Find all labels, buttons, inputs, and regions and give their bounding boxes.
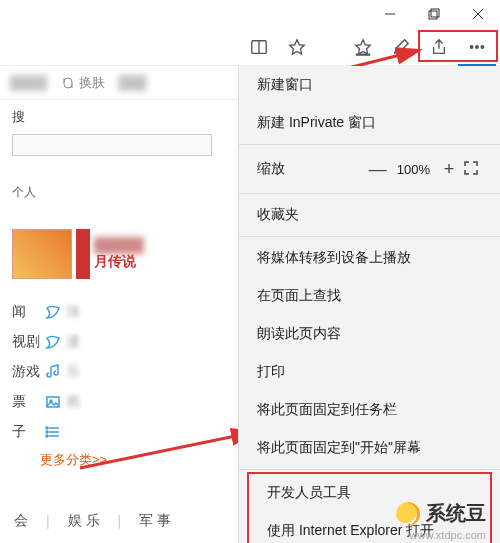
menu-read-aloud[interactable]: 朗读此页内容 — [239, 315, 500, 353]
skin-label: 换肤 — [79, 74, 105, 92]
fullscreen-icon[interactable] — [460, 159, 482, 180]
bottom-tabs: 会 | 娱 乐 | 军 事 — [0, 499, 189, 543]
svg-marker-8 — [356, 39, 370, 53]
svg-point-12 — [476, 45, 479, 48]
svg-rect-2 — [431, 9, 439, 17]
search-input[interactable] — [12, 134, 212, 156]
tab-society[interactable]: 会 — [14, 512, 28, 530]
cat-label: 视剧 — [12, 333, 40, 351]
tab-blur: ███ — [119, 75, 179, 90]
bird-icon — [40, 304, 66, 320]
banner-subtitle: 月传说 — [94, 253, 144, 271]
svg-marker-7 — [290, 39, 304, 53]
tab-entertainment[interactable]: 娱 乐 — [68, 512, 100, 530]
menu-zoom-label: 缩放 — [257, 160, 367, 178]
favorite-star-icon[interactable] — [278, 28, 316, 66]
image-icon — [40, 394, 66, 410]
list-icon — [40, 424, 66, 440]
promo-banner[interactable]: █████ 月传说 — [12, 229, 230, 279]
reading-list-icon[interactable] — [240, 28, 278, 66]
minimize-button[interactable] — [368, 0, 412, 28]
list-item[interactable]: 视剧 漫 — [12, 327, 230, 357]
menu-favorites[interactable]: 收藏夹 — [239, 196, 500, 234]
close-button[interactable] — [456, 0, 500, 28]
cat-label: 票 — [12, 393, 40, 411]
menu-new-window[interactable]: 新建窗口 — [239, 66, 500, 104]
banner-stripe — [76, 229, 90, 279]
svg-rect-1 — [429, 11, 437, 19]
list-item[interactable]: 游戏 乐 — [12, 357, 230, 387]
more-link[interactable]: 更多分类>> — [40, 451, 230, 469]
zoom-out-button[interactable]: — — [367, 159, 389, 180]
svg-point-21 — [46, 435, 48, 437]
watermark-logo: 系统豆 — [396, 500, 486, 527]
svg-point-19 — [46, 427, 48, 429]
more-icon[interactable] — [458, 28, 496, 66]
menu-print[interactable]: 打印 — [239, 353, 500, 391]
list-item[interactable]: 闻 清 — [12, 297, 230, 327]
cat-label: 子 — [12, 423, 40, 441]
watermark-url: www.xtdpc.com — [410, 529, 486, 541]
category-grid: 闻 清 视剧 漫 游戏 乐 票 画 子 更多分类>> — [12, 297, 230, 469]
hint-text: 个人 — [12, 184, 230, 201]
menu-pin-start[interactable]: 将此页面固定到"开始"屏幕 — [239, 429, 500, 467]
list-item[interactable]: 票 画 — [12, 387, 230, 417]
zoom-in-button[interactable]: + — [438, 159, 460, 180]
cat-sub: 清 — [66, 303, 230, 321]
banner-title-blur: █████ — [94, 237, 144, 253]
menu-new-inprivate[interactable]: 新建 InPrivate 窗口 — [239, 104, 500, 142]
settings-menu: 新建窗口 新建 InPrivate 窗口 缩放 — 100% + 收藏夹 将媒体… — [238, 66, 500, 543]
cat-label: 闻 — [12, 303, 40, 321]
svg-point-11 — [470, 45, 473, 48]
tab-title-blur: ████ — [10, 75, 47, 90]
favorites-hub-icon[interactable] — [344, 28, 382, 66]
bird-icon — [40, 334, 66, 350]
menu-find[interactable]: 在页面上查找 — [239, 277, 500, 315]
cat-label: 游戏 — [12, 363, 40, 381]
pen-icon[interactable] — [382, 28, 420, 66]
skin-button[interactable]: 换肤 — [61, 74, 105, 92]
logo-text: 系统豆 — [426, 500, 486, 527]
music-icon — [40, 364, 66, 380]
cat-sub: 乐 — [66, 363, 230, 381]
tab-military[interactable]: 军 事 — [139, 512, 171, 530]
svg-point-13 — [481, 45, 484, 48]
list-item[interactable]: 子 — [12, 417, 230, 447]
cat-sub: 漫 — [66, 333, 230, 351]
menu-pin-taskbar[interactable]: 将此页面固定到任务栏 — [239, 391, 500, 429]
svg-rect-14 — [47, 397, 59, 407]
banner-image — [12, 229, 72, 279]
zoom-value: 100% — [397, 162, 430, 177]
menu-cast[interactable]: 将媒体转移到设备上播放 — [239, 239, 500, 277]
cat-sub: 画 — [66, 393, 230, 411]
share-icon[interactable] — [420, 28, 458, 66]
restore-button[interactable] — [412, 0, 456, 28]
svg-point-20 — [46, 431, 48, 433]
search-label: 搜 — [12, 108, 230, 126]
logo-icon — [396, 502, 420, 526]
